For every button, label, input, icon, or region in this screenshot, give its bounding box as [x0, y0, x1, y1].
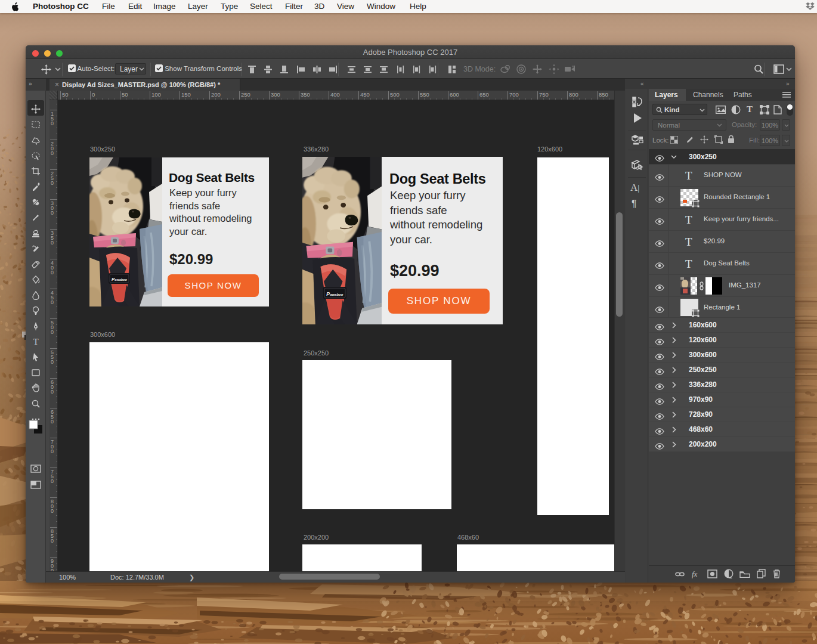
- svg-text:Pawaboo: Pawaboo: [112, 277, 127, 282]
- svg-text:T: T: [33, 337, 39, 346]
- svg-text:Pawaboo: Pawaboo: [326, 291, 343, 297]
